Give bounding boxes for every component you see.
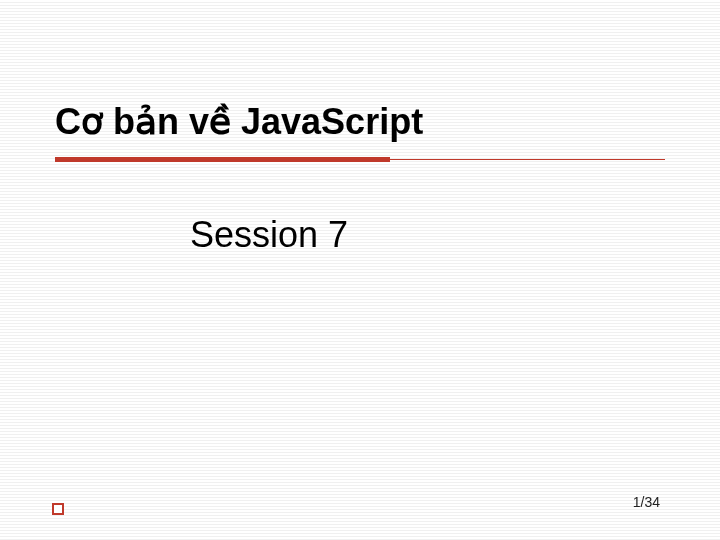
title-underline	[55, 157, 665, 163]
page-number: 1/34	[633, 494, 660, 510]
underline-thick-line	[55, 157, 390, 162]
footer-decorative-box	[52, 503, 64, 515]
presentation-slide: Cơ bản về JavaScript Session 7 1/34	[0, 0, 720, 540]
slide-title: Cơ bản về JavaScript	[55, 100, 665, 143]
slide-subtitle: Session 7	[55, 213, 665, 256]
